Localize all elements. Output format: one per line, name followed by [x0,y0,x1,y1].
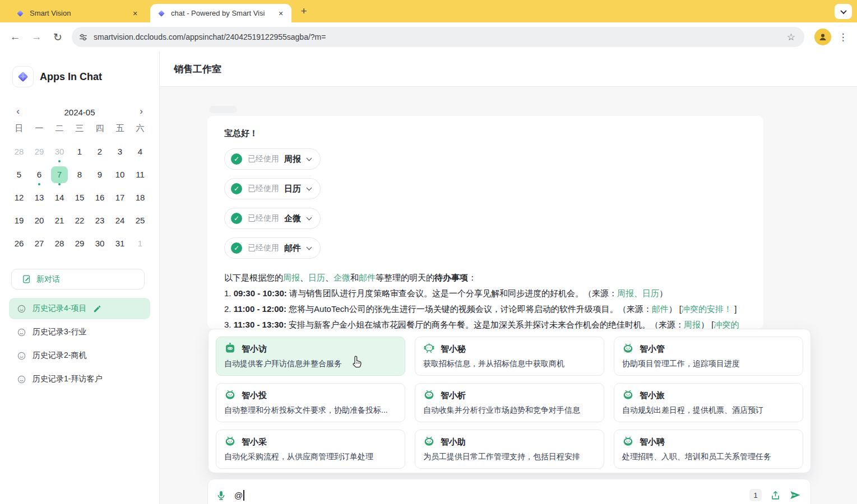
calendar-day-cell[interactable]: 11 [130,163,150,186]
calendar-week-row: 19202122232425 [9,209,150,232]
message-input-bar[interactable]: @ 1 [207,479,811,504]
calendar-day-cell[interactable]: 10 [110,163,130,186]
agent-card[interactable]: 智小助为员工提供日常工作管理支持，包括日程安排 [415,430,604,469]
calendar-day-cell[interactable]: 28 [9,140,29,163]
day-number: 5 [11,166,27,183]
sidebar-history-item[interactable]: 历史记录1-拜访客户 [9,368,150,390]
forward-icon[interactable]: → [27,27,46,46]
calendar-day-cell[interactable]: 20 [29,209,49,232]
sidebar-history-item[interactable]: 历史记录2-商机 [9,345,150,366]
source-link[interactable]: 周报 [283,273,300,282]
calendar-day-cell[interactable]: 7 [49,163,70,186]
new-chat-button[interactable]: 新对话 [11,269,145,290]
calendar-day-cell[interactable]: 14 [49,186,70,209]
agent-card[interactable]: 智小析自动收集并分析行业市场趋势和竞争对手信息 [415,383,604,422]
bookmark-star-icon[interactable]: ☆ [785,31,798,43]
calendar-day-cell[interactable]: 8 [70,163,90,186]
source-link[interactable]: 周报 [617,288,634,298]
calendar-day-cell[interactable]: 24 [110,209,130,232]
calendar-day-cell[interactable]: 28 [49,232,70,255]
tab-chat-active[interactable]: chat - Powered by Smart Visi ✕ [150,4,291,22]
agent-card[interactable]: 智小秘获取招标信息，并从招标信息中获取商机 [415,337,604,376]
calendar-day-cell[interactable]: 22 [70,209,90,232]
agent-card[interactable]: 智小聘处理招聘、入职、培训和员工关系管理任务 [614,430,803,469]
source-link[interactable]: 企微 [333,273,350,282]
edit-pencil-icon[interactable] [93,305,101,313]
chevron-down-icon [840,7,846,13]
close-tab-icon[interactable]: ✕ [130,8,140,18]
agent-card[interactable]: 智小投自动整理和分析投标文件要求，协助准备投标... [216,383,405,422]
history-item-label: 历史记录4-项目 [33,304,86,314]
source-link[interactable]: 邮件 [652,304,669,314]
conjunction: 和 [350,273,359,282]
calendar-day-cell[interactable]: 13 [29,186,49,209]
calendar-day-cell[interactable]: 21 [49,209,70,232]
used-prefix-label: 已经使用 [248,184,279,194]
calendar-day-cell[interactable]: 19 [9,209,29,232]
calendar-day-cell[interactable]: 29 [70,232,90,255]
day-number: 30 [91,235,108,252]
microphone-icon[interactable] [216,490,226,501]
calendar-day-cell[interactable]: 5 [9,163,29,186]
calendar-day-cell[interactable]: 16 [90,186,110,209]
site-settings-icon[interactable] [78,32,88,42]
robot-icon [224,342,236,356]
profile-avatar[interactable] [814,29,831,45]
sidebar-history-item[interactable]: 历史记录4-项目 [9,298,150,319]
calendar-day-cell[interactable]: 4 [130,140,150,163]
used-tool-pill[interactable]: ✓已经使用日历 [224,178,321,199]
calendar-day-cell[interactable]: 2 [90,140,110,163]
browser-menu-icon[interactable]: ⋮ [836,31,850,43]
calendar-day-cell[interactable]: 9 [90,163,110,186]
source-suffix: ） [701,320,709,329]
calendar-day-cell[interactable]: 1 [130,232,150,255]
calendar-day-cell[interactable]: 1 [70,140,90,163]
calendar-day-cell[interactable]: 30 [90,232,110,255]
source-link[interactable]: 邮件 [359,273,376,282]
back-icon[interactable]: ← [6,27,25,46]
agent-card[interactable]: 智小采自动化采购流程，从供应商管理到订单处理 [216,430,405,469]
robot-icon [622,435,634,449]
calendar-day-cell[interactable]: 18 [130,186,150,209]
url-bar[interactable]: smartvision.dcclouds.com/appsinchat/2404… [72,27,804,47]
calendar-day-cell[interactable]: 3 [110,140,130,163]
day-number: 9 [91,166,108,183]
calendar-day-cell[interactable]: 30 [49,140,70,163]
chevron-down-icon [307,244,312,250]
close-tab-icon[interactable]: ✕ [276,8,286,18]
calendar-day-cell[interactable]: 6 [29,163,49,186]
used-tool-pill[interactable]: ✓已经使用邮件 [224,237,321,259]
calendar-day-cell[interactable]: 12 [9,186,29,209]
agent-card[interactable]: 智小访自动提供客户拜访信息并整合服务 [216,337,405,376]
used-tool-pill[interactable]: ✓已经使用企微 [224,208,321,229]
calendar-day-cell[interactable]: 17 [110,186,130,209]
calendar-day-cell[interactable]: 31 [110,232,130,255]
calendar-day-cell[interactable]: 25 [130,209,150,232]
calendar-day-cell[interactable]: 29 [29,140,49,163]
source-link[interactable]: 日历 [642,288,659,298]
conflict-warning[interactable]: 冲突的安排！ [682,304,732,314]
calendar-day-cell[interactable]: 23 [90,209,110,232]
tab-smart-vision[interactable]: Smart Vision ✕ [9,4,146,22]
tab-list-chevron-button[interactable] [835,4,852,19]
send-icon[interactable] [789,489,802,501]
calendar-next-icon[interactable]: › [135,105,148,119]
agent-card[interactable]: 智小旅自动规划出差日程，提供机票、酒店预订 [614,383,803,422]
day-number: 26 [11,235,27,252]
sidebar-history-item[interactable]: 历史记录3-行业 [9,321,150,343]
source-link[interactable]: 周报 [684,320,701,329]
calendar-weekday-row: 日一二三四五六 [9,123,150,134]
source-link[interactable]: 日历 [308,273,325,282]
day-number: 29 [71,235,88,252]
agent-card[interactable]: 智小管协助项目管理工作，追踪项目进度 [614,337,803,376]
calendar-prev-icon[interactable]: ‹ [11,105,25,119]
calendar-day-cell[interactable]: 26 [9,232,29,255]
used-tool-pill[interactable]: ✓已经使用周报 [224,148,321,170]
upload-icon[interactable] [770,490,781,501]
message-input[interactable]: @ [234,490,749,501]
calendar-day-cell[interactable]: 15 [70,186,90,209]
calendar-day-cell[interactable]: 27 [29,232,49,255]
bracket: [ [677,304,682,314]
new-tab-icon[interactable]: + [297,5,311,18]
reload-icon[interactable]: ↻ [48,27,67,46]
